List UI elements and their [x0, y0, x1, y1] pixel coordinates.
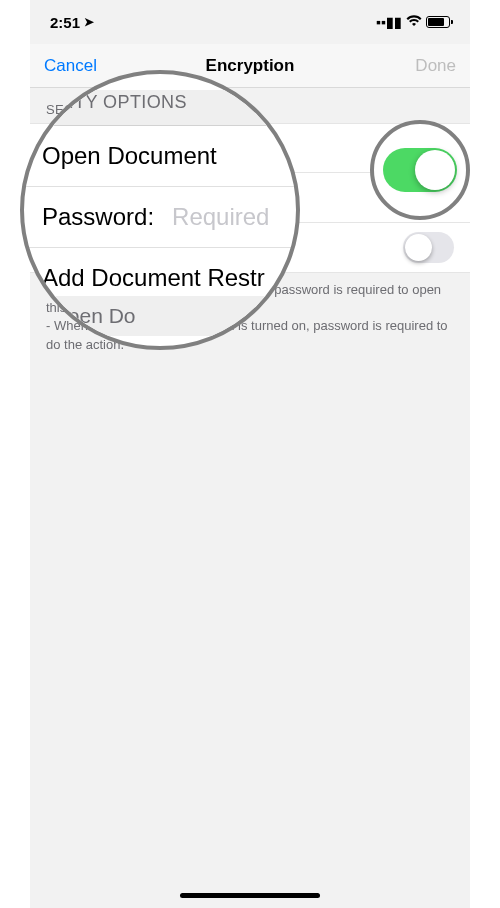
mag-open-document-row: Open Document: [24, 126, 296, 187]
mag-password-label: Password:: [42, 203, 154, 231]
status-left: 2:51 ➤: [50, 14, 94, 31]
home-indicator: [180, 893, 320, 898]
nav-bar: Cancel Encryption Done: [30, 44, 470, 88]
mag-password-placeholder: Required: [172, 203, 269, 231]
wifi-icon: [406, 14, 422, 30]
location-arrow-icon: ➤: [84, 15, 94, 29]
signal-icon: ▪▪▮▮: [376, 14, 402, 30]
magnifier-main: JRITY OPTIONS Open Document Password: Re…: [20, 70, 300, 350]
magnifier-toggle: [370, 120, 470, 220]
status-time: 2:51: [50, 14, 80, 31]
status-bar: 2:51 ➤ ▪▪▮▮: [30, 0, 470, 44]
nav-title: Encryption: [206, 56, 295, 76]
mag-restrictions-row: Add Document Restr: [24, 248, 296, 296]
mag-restrictions-label: Add Document Restr: [42, 264, 265, 291]
restrictions-toggle[interactable]: [403, 232, 454, 263]
mag-password-row: Password: Required: [24, 187, 296, 248]
done-button[interactable]: Done: [415, 56, 456, 76]
mag-open-document-label: Open Document: [42, 142, 217, 170]
status-right: ▪▪▮▮: [376, 14, 450, 30]
cancel-button[interactable]: Cancel: [44, 56, 97, 76]
mag-open-document-toggle: [383, 148, 457, 192]
battery-icon: [426, 16, 450, 28]
